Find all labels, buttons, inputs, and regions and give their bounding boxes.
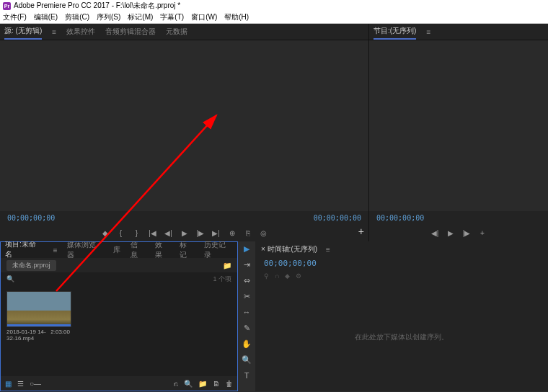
source-tabs: 源: (无剪辑) ≡ 效果控件 音频剪辑混合器 元数据 <box>0 24 368 40</box>
plus-icon[interactable]: + <box>477 229 487 237</box>
timeline-panel: ▶ ⇥ ⇔ ✂ ↔ ✎ ✋ 🔍 T × 时间轴:(无序列) ≡ 00;00;00… <box>238 241 548 391</box>
menu-edit[interactable]: 编辑(E) <box>34 12 58 22</box>
step-fwd-icon[interactable]: |▶ <box>461 229 472 237</box>
timeline-dropzone[interactable]: 在此处放下媒体以创建序列。 <box>255 282 548 391</box>
timeline-body: × 时间轴:(无序列) ≡ 00;00;00;00 ⚲ ∩ ◆ ⚙ 在此处放下媒… <box>255 241 548 391</box>
program-controls: ◀| ▶ |▶ + <box>369 224 548 241</box>
tab-effect-controls[interactable]: 效果控件 <box>66 24 95 39</box>
new-item-icon[interactable]: 🗎 <box>213 380 220 388</box>
button-editor-icon[interactable]: + <box>358 226 364 237</box>
type-tool-icon[interactable]: T <box>241 370 252 381</box>
menu-window[interactable]: 窗口(W) <box>191 12 217 22</box>
tab-metadata[interactable]: 元数据 <box>166 24 187 39</box>
clip-name: 2018-01-19 14-32-16.mp4 <box>6 329 50 342</box>
panel-menu-icon[interactable]: ≡ <box>52 28 56 36</box>
step-back-icon[interactable]: ◀| <box>164 229 174 237</box>
project-header: 未命名.prproj 📁 <box>1 258 237 272</box>
clip-preview <box>6 291 71 327</box>
zoom-tool-icon[interactable]: 🔍 <box>241 354 252 365</box>
project-filename: 未命名.prproj <box>6 260 56 271</box>
track-select-tool-icon[interactable]: ⇥ <box>241 259 252 270</box>
selection-tool-icon[interactable]: ▶ <box>241 243 252 254</box>
freeform-view-icon[interactable]: ○— <box>30 380 41 388</box>
menu-title[interactable]: 字幕(T) <box>160 12 184 22</box>
menu-bar: 文件(F) 编辑(E) 剪辑(C) 序列(S) 标记(M) 字幕(T) 窗口(W… <box>0 12 548 24</box>
icon-view-icon[interactable]: ▦ <box>5 380 12 388</box>
project-footer: ▦ ☰ ○— ⎌ 🔍 📁 🗎 🗑 <box>1 376 237 391</box>
project-bin[interactable]: 2018-01-19 14-32-16.mp4 2:03:00 <box>1 285 237 376</box>
menu-help[interactable]: 帮助(H) <box>224 12 249 22</box>
play-icon[interactable]: ▶ <box>180 229 190 237</box>
program-monitor[interactable] <box>369 40 548 211</box>
new-bin-icon[interactable]: 📁 <box>198 380 207 388</box>
tab-audio-mixer[interactable]: 音频剪辑混合器 <box>105 24 156 39</box>
menu-clip[interactable]: 剪辑(C) <box>65 12 89 22</box>
project-tabs: 项目:未命名 ≡ 媒体浏览器 库 信息 效果 标记 历史记录 <box>1 242 237 258</box>
window-title: Adobe Premiere Pro CC 2017 - F:\lol\未命名.… <box>14 1 180 11</box>
slip-tool-icon[interactable]: ↔ <box>241 306 252 318</box>
settings-icon[interactable]: ⚙ <box>296 272 301 280</box>
source-monitor[interactable] <box>0 40 368 211</box>
tab-timeline[interactable]: × 时间轴:(无序列) <box>261 244 317 254</box>
panel-menu-icon[interactable]: ≡ <box>326 246 330 254</box>
program-panel: 节目:(无序列) ≡ 00;00;00;00 ◀| ▶ |▶ + <box>368 24 548 241</box>
snap-icon[interactable]: ⚲ <box>264 272 269 280</box>
clip-duration: 2:03:00 <box>50 329 70 342</box>
step-fwd-icon[interactable]: |▶ <box>195 229 206 237</box>
link-icon[interactable]: ∩ <box>275 272 279 280</box>
menu-file[interactable]: 文件(F) <box>3 12 27 22</box>
source-controls: ◆ { } |◀ ◀| ▶ |▶ ▶| ⊕ ⎘ ◎ <box>0 224 368 241</box>
app-icon: Pr <box>3 2 11 10</box>
search-icon[interactable]: 🔍 <box>6 275 14 282</box>
find-icon[interactable]: 🔍 <box>184 380 193 388</box>
project-panel: 项目:未命名 ≡ 媒体浏览器 库 信息 效果 标记 历史记录 未命名.prpro… <box>0 241 238 391</box>
razor-tool-icon[interactable]: ✂ <box>241 290 252 302</box>
title-bar: Pr Adobe Premiere Pro CC 2017 - F:\lol\未… <box>0 0 548 12</box>
ripple-tool-icon[interactable]: ⇔ <box>241 275 252 286</box>
tab-media-browser[interactable]: 媒体浏览器 <box>67 240 103 260</box>
marker-icon[interactable]: ◆ <box>100 229 110 237</box>
marker-settings-icon[interactable]: ◆ <box>285 272 290 280</box>
hand-tool-icon[interactable]: ✋ <box>241 338 252 349</box>
menu-marker[interactable]: 标记(M) <box>128 12 153 22</box>
go-in-icon[interactable]: |◀ <box>148 229 158 237</box>
timeline-options: ⚲ ∩ ◆ ⚙ <box>255 270 548 282</box>
source-timecode-right: 00;00;00;00 <box>314 214 361 222</box>
tab-effects[interactable]: 效果 <box>155 240 169 260</box>
source-timecode-row: 00;00;00;00 00;00;00;00 <box>0 211 368 224</box>
trash-icon[interactable]: 🗑 <box>226 380 233 388</box>
clip-thumbnail[interactable]: 2018-01-19 14-32-16.mp4 2:03:00 <box>6 291 70 342</box>
source-timecode-left: 00;00;00;00 <box>7 214 55 222</box>
panel-menu-icon[interactable]: ≡ <box>53 246 58 254</box>
go-out-icon[interactable]: ▶| <box>211 229 221 237</box>
item-count: 1 个项 <box>213 275 231 284</box>
folder-icon[interactable]: 📁 <box>223 262 231 270</box>
tab-history[interactable]: 历史记录 <box>204 240 233 260</box>
lower-panels: 项目:未命名 ≡ 媒体浏览器 库 信息 效果 标记 历史记录 未命名.prpro… <box>0 241 548 391</box>
automate-icon[interactable]: ⎌ <box>174 380 178 388</box>
overwrite-icon[interactable]: ⎘ <box>243 229 253 237</box>
tab-info[interactable]: 信息 <box>131 240 145 260</box>
timeline-tabs: × 时间轴:(无序列) ≡ <box>255 241 548 257</box>
in-point-icon[interactable]: { <box>116 229 126 237</box>
menu-sequence[interactable]: 序列(S) <box>97 12 120 22</box>
insert-icon[interactable]: ⊕ <box>227 229 237 237</box>
list-view-icon[interactable]: ☰ <box>17 380 24 388</box>
program-timecode-left: 00;00;00;00 <box>376 214 424 222</box>
export-frame-icon[interactable]: ◎ <box>259 229 269 237</box>
tab-markers[interactable]: 标记 <box>180 240 194 260</box>
step-back-icon[interactable]: ◀| <box>430 229 440 237</box>
tool-palette: ▶ ⇥ ⇔ ✂ ↔ ✎ ✋ 🔍 T <box>238 241 255 391</box>
pen-tool-icon[interactable]: ✎ <box>241 322 252 334</box>
tab-libraries[interactable]: 库 <box>113 245 120 255</box>
tab-source[interactable]: 源: (无剪辑) <box>4 24 42 40</box>
out-point-icon[interactable]: } <box>132 229 142 237</box>
timeline-timecode: 00;00;00;00 <box>255 257 548 270</box>
program-tabs: 节目:(无序列) ≡ <box>369 24 548 40</box>
source-panel: 源: (无剪辑) ≡ 效果控件 音频剪辑混合器 元数据 00;00;00;00 … <box>0 24 368 241</box>
project-search-row: 🔍 1 个项 <box>1 272 237 285</box>
panel-menu-icon[interactable]: ≡ <box>426 28 430 36</box>
tab-program[interactable]: 节目:(无序列) <box>374 24 416 40</box>
workspace: 源: (无剪辑) ≡ 效果控件 音频剪辑混合器 元数据 00;00;00;00 … <box>0 24 548 241</box>
play-icon[interactable]: ▶ <box>446 229 456 237</box>
